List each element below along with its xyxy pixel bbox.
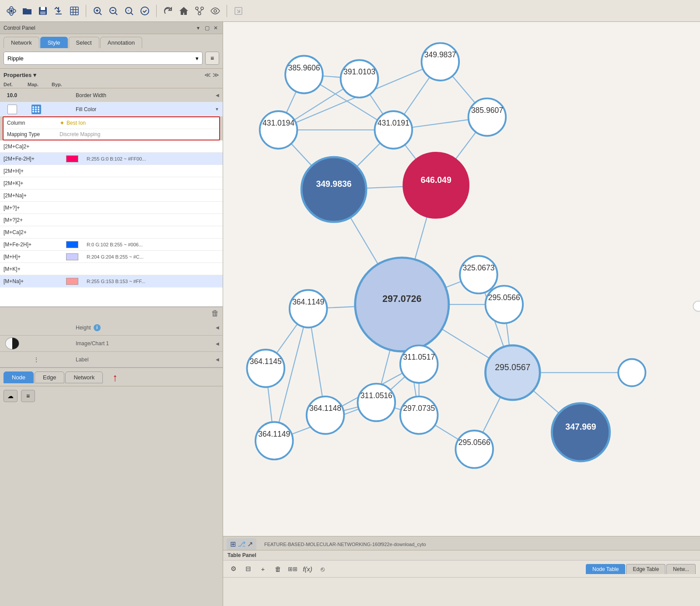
discrete-row-4[interactable]: [2M+K]+ [0, 177, 223, 189]
node-385-9606[interactable] [285, 56, 323, 94]
svg-text:385.9606: 385.9606 [288, 63, 320, 72]
table-settings-icon[interactable]: ⚙ [228, 563, 239, 574]
network-canvas[interactable]: 391.0103 349.9837 385.9606 431.0194 431.… [223, 22, 700, 536]
zoom-out-icon[interactable] [107, 5, 119, 17]
eye-icon[interactable] [209, 5, 221, 17]
discrete-row-10[interactable]: [M+H]+ R:204 G:204 B:255 ~ #C... [0, 251, 223, 263]
node-431-0194[interactable] [260, 111, 298, 149]
orbit-icon[interactable] [5, 5, 18, 17]
table-delete-icon[interactable]: 🗑 [272, 563, 284, 574]
node-364-1149-b[interactable] [256, 422, 293, 460]
image-chart-arrow: ◀ [216, 341, 219, 346]
image-chart-label[interactable]: Image/Chart 1 ◀ [72, 340, 223, 347]
tab-select[interactable]: Select [69, 37, 99, 48]
node-364-1145[interactable] [247, 350, 285, 387]
node-295-0566-b[interactable] [455, 431, 493, 468]
mapping-type-label: Mapping Type [7, 131, 60, 137]
border-width-arrow: ◀ [216, 93, 219, 98]
discrete-row-1[interactable]: [2M+Ca]2+ [0, 140, 223, 153]
fill-color-map-btn[interactable] [32, 105, 41, 114]
share-icon[interactable]: ⎇ [238, 540, 245, 548]
discrete-row-6[interactable]: [M+?]+ [0, 202, 223, 214]
discrete-row-7[interactable]: [M+?]2+ [0, 214, 223, 226]
table-add-icon[interactable]: + [257, 563, 269, 574]
tab-network-bottom[interactable]: Network [65, 371, 103, 383]
node-295-0566-a[interactable] [486, 286, 523, 323]
table-panel-header: Table Panel [223, 550, 700, 560]
panel-dropdown-icon[interactable]: ▾ [195, 25, 202, 32]
table-icon[interactable] [68, 5, 80, 17]
toolbar-divider-3 [227, 5, 227, 17]
tab-network[interactable]: Network [4, 37, 39, 48]
delete-mapping-button[interactable]: 🗑 [211, 309, 219, 318]
panel-minimize-icon[interactable]: ▢ [203, 25, 210, 32]
tab-annotation[interactable]: Annotation [100, 37, 142, 48]
layout-icon[interactable] [193, 5, 206, 17]
export-icon[interactable] [232, 5, 245, 17]
discrete-row-9[interactable]: [M+Fe-2H]+ R:0 G:102 B:255 ~ #006... [0, 238, 223, 251]
menu-list-icon[interactable]: ≡ [21, 390, 35, 402]
save-icon[interactable] [37, 5, 49, 17]
node-646-049[interactable] [404, 153, 469, 217]
table-tab-network[interactable]: Netw... [666, 564, 696, 574]
discrete-row-8[interactable]: [M+Ca]2+ [0, 226, 223, 238]
discrete-row-5[interactable]: [2M+Na]+ [0, 189, 223, 202]
zoom-fit-icon[interactable]: + [123, 5, 135, 17]
refresh-icon[interactable] [162, 5, 174, 17]
table-export-icon[interactable]: ⎋ [317, 563, 328, 574]
border-width-label[interactable]: Border Width ◀ [72, 91, 223, 99]
node-295-0567[interactable] [486, 345, 540, 400]
external-link-icon[interactable]: ↗ [247, 540, 253, 548]
node-349-9837[interactable] [422, 43, 459, 81]
home-icon[interactable] [178, 5, 190, 17]
node-391-0103[interactable] [341, 60, 378, 98]
fill-color-map[interactable] [24, 104, 48, 115]
tab-edge[interactable]: Edge [35, 371, 64, 383]
tab-node[interactable]: Node [4, 371, 34, 383]
label-label[interactable]: Label ◀ [72, 356, 223, 364]
import-icon[interactable] [52, 5, 65, 17]
table-tab-edge[interactable]: Edge Table [626, 564, 665, 574]
tab-style[interactable]: Style [40, 37, 68, 48]
node-431-0191[interactable] [374, 111, 412, 149]
fill-color-def[interactable] [0, 104, 24, 115]
node-297-0726[interactable] [355, 258, 449, 351]
fill-color-label[interactable]: Fill Color ▼ [72, 105, 223, 113]
node-311-0516[interactable] [358, 384, 396, 421]
prop-row-border-width: 10.0 Border Width ◀ [0, 88, 223, 102]
folder-icon[interactable] [21, 5, 33, 17]
style-menu-button[interactable]: ≡ [205, 52, 219, 65]
grid-icon[interactable]: ⊞ [230, 540, 236, 548]
fill-color-swatch[interactable] [7, 105, 17, 114]
node-349-9836[interactable] [301, 157, 366, 222]
table-columns-icon[interactable]: ⊟ [242, 563, 254, 574]
svg-line-26 [200, 10, 202, 12]
table-tab-node[interactable]: Node Table [586, 564, 626, 574]
height-arrow: ◀ [216, 325, 219, 330]
panel-close-icon[interactable]: ✕ [212, 25, 219, 32]
node-325-0673[interactable] [460, 256, 497, 294]
zoom-in-icon[interactable] [91, 5, 104, 17]
node-385-9607[interactable] [469, 98, 506, 136]
table-function-icon[interactable]: f(x) [302, 563, 313, 574]
table-link-icon[interactable]: ⊞⊞ [287, 563, 298, 574]
resize-handle[interactable] [693, 301, 700, 311]
discrete-row-3[interactable]: [2M+H]+ [0, 165, 223, 177]
collapse-icon[interactable]: ≪ [204, 71, 211, 78]
cloud-icon[interactable]: ☁ [4, 390, 18, 402]
node-311-0517[interactable] [400, 345, 438, 383]
node-364-1149-a[interactable] [290, 290, 327, 328]
node-small-1[interactable] [618, 359, 645, 386]
node-297-0735[interactable] [400, 396, 438, 434]
discrete-row-11[interactable]: [M+K]+ [0, 263, 223, 275]
height-label[interactable]: Height i ◀ [72, 323, 223, 332]
node-364-1148[interactable] [307, 396, 344, 434]
height-info-icon: i [94, 324, 101, 331]
node-347-969[interactable] [552, 403, 609, 461]
discrete-row-12[interactable]: [M+Na]+ R:255 G:153 B:153 ~ #FF... [0, 275, 223, 287]
discrete-row-2[interactable]: [2M+Fe-2H]+ R:255 G:0 B:102 ~ #FF00... [0, 153, 223, 165]
style-dropdown[interactable]: Ripple ▾ [4, 52, 203, 65]
expand-icon[interactable]: ≫ [213, 71, 219, 78]
properties-dropdown-arrow[interactable]: ▾ [33, 72, 36, 78]
checkmark-icon[interactable] [139, 5, 151, 17]
